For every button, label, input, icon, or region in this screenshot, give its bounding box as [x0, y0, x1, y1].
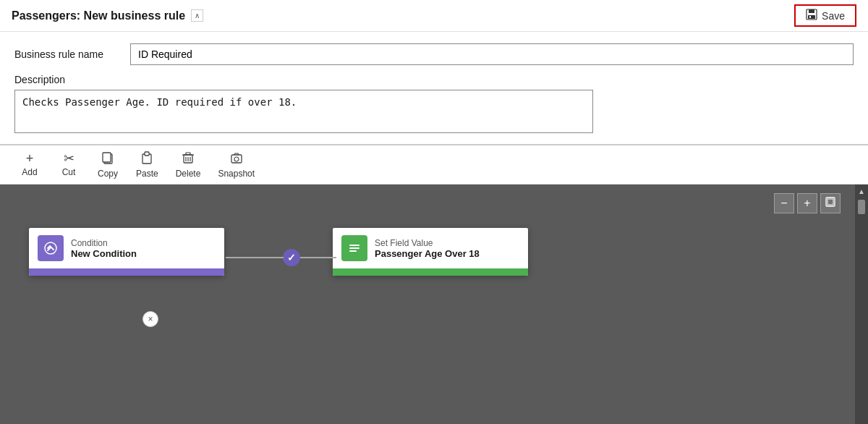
save-button[interactable]: Save	[794, 4, 856, 27]
action-node[interactable]: Set Field Value Passenger Age Over 18	[333, 228, 528, 276]
canvas-scrollbar[interactable]: ▲ ▼	[855, 185, 868, 424]
chevron-up-icon: ∧	[195, 12, 200, 20]
zoom-in-icon: +	[804, 197, 810, 210]
snapshot-button[interactable]: Snapshot	[210, 148, 262, 182]
condition-icon	[38, 235, 64, 261]
copy-icon	[101, 151, 114, 166]
action-footer	[333, 268, 528, 276]
page-header: Passengers: New business rule ∧ Save	[0, 0, 868, 32]
add-button[interactable]: + Add	[12, 149, 48, 180]
svg-rect-5	[103, 153, 111, 162]
copy-label: Copy	[98, 169, 118, 179]
action-node-text: Set Field Value Passenger Age Over 18	[375, 238, 480, 259]
svg-rect-10	[186, 153, 190, 155]
cut-icon: ✂	[64, 152, 75, 165]
delete-node-icon: ×	[148, 314, 153, 324]
delete-node-button[interactable]: ×	[142, 311, 158, 327]
desc-row: Description Checks Passenger Age. ID req…	[14, 74, 854, 135]
scrollbar-thumb[interactable]	[858, 200, 865, 214]
svg-point-15	[234, 157, 239, 161]
description-textarea[interactable]: Checks Passenger Age. ID required if ove…	[14, 90, 593, 133]
cut-button[interactable]: ✂ Cut	[51, 149, 87, 180]
svg-rect-2	[808, 15, 815, 19]
cut-label: Cut	[62, 167, 76, 177]
delete-label: Delete	[176, 169, 201, 179]
copy-button[interactable]: Copy	[90, 148, 126, 182]
save-icon	[806, 9, 817, 22]
condition-node-text: Condition New Condition	[71, 238, 137, 259]
svg-rect-1	[809, 9, 814, 13]
delete-icon	[182, 151, 195, 166]
description-label: Description	[14, 74, 854, 85]
canvas-container: − +	[0, 185, 868, 424]
form-section: Business rule name Description Checks Pa…	[0, 32, 868, 145]
zoom-out-button[interactable]: −	[774, 193, 794, 213]
zoom-in-button[interactable]: +	[797, 193, 817, 213]
add-label: Add	[22, 167, 37, 177]
save-label: Save	[822, 10, 845, 22]
action-icon	[341, 235, 367, 261]
svg-rect-7	[145, 152, 149, 156]
zoom-out-icon: −	[780, 197, 787, 210]
action-node-header: Set Field Value Passenger Age Over 18	[333, 228, 528, 268]
paste-icon	[140, 151, 153, 166]
name-label: Business rule name	[14, 48, 130, 60]
connector-check: ✓	[283, 249, 300, 266]
page-title: Passengers: New business rule	[12, 9, 185, 22]
form-area: Business rule name Description Checks Pa…	[0, 32, 868, 145]
condition-type: Condition	[71, 238, 137, 248]
action-name: Passenger Age Over 18	[375, 248, 480, 259]
action-type: Set Field Value	[375, 238, 480, 248]
connector-line-right	[300, 257, 336, 258]
connector: ✓	[226, 249, 336, 266]
add-icon: +	[26, 152, 34, 165]
condition-footer	[29, 268, 224, 276]
condition-node-header: Condition New Condition	[29, 228, 224, 268]
delete-button[interactable]: Delete	[169, 148, 208, 182]
fit-button[interactable]	[820, 193, 841, 213]
svg-rect-17	[827, 199, 833, 205]
connector-line-left	[226, 257, 284, 258]
svg-rect-19	[349, 245, 359, 246]
condition-name: New Condition	[71, 248, 137, 259]
snapshot-label: Snapshot	[218, 169, 255, 179]
svg-rect-3	[809, 16, 811, 18]
paste-label: Paste	[136, 169, 158, 179]
fit-icon	[825, 197, 835, 210]
collapse-button[interactable]: ∧	[191, 9, 203, 22]
scroll-up-arrow[interactable]: ▲	[856, 186, 867, 197]
name-input[interactable]	[130, 43, 854, 65]
svg-rect-20	[349, 247, 359, 249]
zoom-controls: − +	[774, 193, 841, 213]
page-title-area: Passengers: New business rule ∧	[12, 9, 203, 22]
canvas[interactable]: − +	[0, 185, 855, 424]
paste-button[interactable]: Paste	[129, 148, 166, 182]
toolbar: + Add ✂ Cut Copy Paste	[0, 145, 868, 185]
snapshot-icon	[230, 151, 243, 166]
name-row: Business rule name	[14, 43, 854, 65]
svg-rect-21	[349, 250, 357, 252]
condition-node[interactable]: Condition New Condition	[29, 228, 224, 276]
